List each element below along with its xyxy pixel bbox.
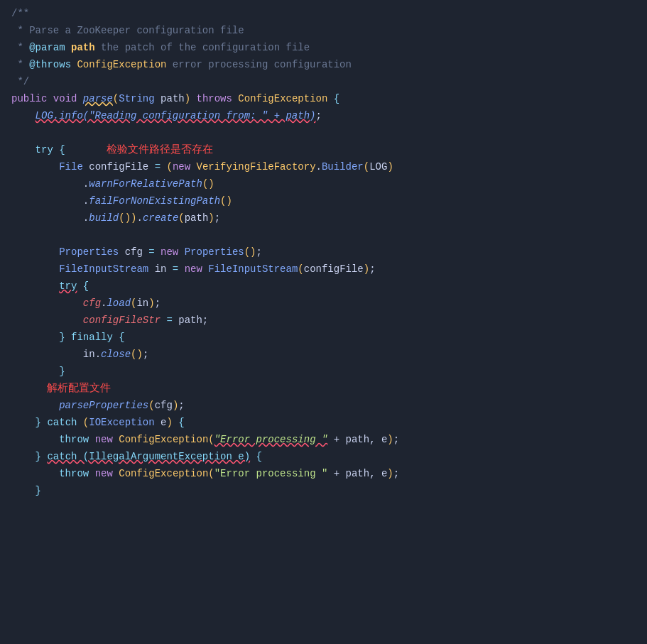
- line-comment-parse: * Parse a ZooKeeper configuration file: [0, 23, 647, 40]
- line-comment-end: */: [0, 74, 647, 91]
- line-catch-illegalarg: } catch (IllegalArgumentException e) {: [0, 449, 647, 466]
- line-closing-inner: }: [0, 364, 647, 381]
- line-build-create: .build()).create(path);: [0, 210, 647, 227]
- line-comment-throws: * @throws ConfigException error processi…: [0, 57, 647, 74]
- line-method-signature: public void parse(String path) throws Co…: [0, 91, 647, 108]
- line-log-info: LOG.info("Reading configuration from: " …: [0, 108, 647, 125]
- line-parseproperties: parseProperties(cfg);: [0, 398, 647, 415]
- line-closing-outer: }: [0, 483, 647, 500]
- line-chinese-parse: 解析配置文件: [0, 381, 647, 398]
- line-finally: } finally {: [0, 329, 647, 346]
- line-throw-illegalarg: throw new ConfigException("Error process…: [0, 466, 647, 483]
- line-comment-start: /**: [0, 6, 647, 23]
- line-fail-nonexisting: .failForNonExistingPath(): [0, 193, 647, 210]
- code-editor: /** * Parse a ZooKeeper configuration fi…: [0, 0, 647, 506]
- line-catch-ioexception: } catch (IOException e) {: [0, 415, 647, 432]
- line-in-close: in.close();: [0, 346, 647, 364]
- line-properties-cfg: Properties cfg = new Properties();: [0, 244, 647, 261]
- line-blank-1: [0, 125, 647, 142]
- line-warn-relative: .warnForRelativePath(): [0, 176, 647, 193]
- line-throw-ioexception: throw new ConfigException("Error process…: [0, 432, 647, 449]
- line-try-outer: try { 检验文件路径是否存在: [0, 142, 647, 159]
- line-file-config: File configFile = (new VerifyingFileFact…: [0, 159, 647, 176]
- line-configfilestr: configFileStr = path;: [0, 312, 647, 329]
- line-fileinputstream: FileInputStream in = new FileInputStream…: [0, 261, 647, 278]
- line-comment-param: * @param path the patch of the configura…: [0, 40, 647, 57]
- line-blank-2: [0, 227, 647, 244]
- line-cfg-load: cfg.load(in);: [0, 295, 647, 312]
- line-try-inner: try {: [0, 278, 647, 295]
